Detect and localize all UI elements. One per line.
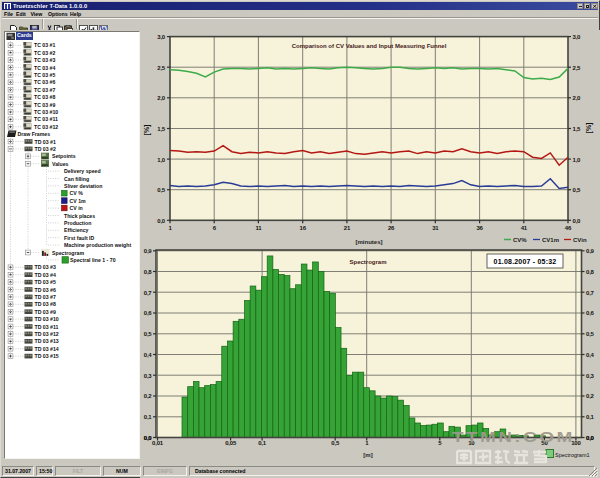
svg-text:0,6: 0,6 (144, 310, 153, 316)
svg-text:41: 41 (521, 225, 528, 231)
svg-text:[minutes]: [minutes] (356, 239, 383, 245)
svg-text:0,1: 0,1 (258, 440, 267, 446)
svg-text:0,4: 0,4 (586, 352, 595, 358)
svg-text:0,8: 0,8 (586, 269, 595, 275)
svg-text:0,6: 0,6 (586, 310, 595, 316)
svg-text:16: 16 (300, 225, 307, 231)
svg-text:0,4: 0,4 (144, 352, 153, 358)
svg-text:2,5: 2,5 (157, 65, 166, 71)
svg-text:31: 31 (432, 225, 439, 231)
svg-text:1,0: 1,0 (157, 157, 166, 163)
svg-text:11: 11 (255, 225, 262, 231)
svg-text:[%]: [%] (143, 125, 151, 136)
svg-text:21: 21 (344, 225, 351, 231)
svg-text:0,3: 0,3 (586, 373, 595, 379)
svg-text:0,7: 0,7 (586, 290, 595, 296)
svg-text:0,9: 0,9 (586, 248, 595, 254)
svg-text:0,05: 0,05 (225, 440, 237, 446)
svg-text:3,0: 3,0 (157, 34, 166, 40)
svg-text:3,0: 3,0 (573, 34, 582, 40)
svg-text:0,0: 0,0 (157, 218, 166, 224)
svg-text:0,0: 0,0 (586, 435, 595, 441)
svg-text:0,2: 0,2 (586, 393, 595, 399)
svg-text:26: 26 (388, 225, 395, 231)
svg-text:2,0: 2,0 (573, 95, 582, 101)
svg-text:0,8: 0,8 (144, 269, 153, 275)
svg-text:0,1: 0,1 (586, 414, 595, 420)
svg-text:Spectrogram1: Spectrogram1 (555, 452, 590, 458)
svg-text:Spectrogram: Spectrogram (349, 259, 386, 265)
svg-text:1,5: 1,5 (573, 126, 582, 132)
svg-text:01.08.2007 - 05:32: 01.08.2007 - 05:32 (494, 258, 557, 265)
svg-text:0,01: 0,01 (152, 440, 164, 446)
svg-text:1,5: 1,5 (157, 126, 166, 132)
svg-text:0,3: 0,3 (144, 373, 153, 379)
svg-text:0,7: 0,7 (144, 290, 153, 296)
svg-text:0,2: 0,2 (144, 393, 153, 399)
svg-text:0,5: 0,5 (573, 187, 582, 193)
svg-text:46: 46 (565, 225, 572, 231)
svg-text:0,5: 0,5 (331, 440, 340, 446)
svg-text:CV1m: CV1m (542, 237, 559, 243)
svg-text:0,9: 0,9 (144, 248, 153, 254)
svg-text:0,0: 0,0 (573, 218, 582, 224)
svg-text:0,5: 0,5 (157, 187, 166, 193)
svg-text:0,5: 0,5 (586, 331, 595, 337)
svg-text:[%]: [%] (585, 123, 593, 134)
svg-text:[m]: [m] (363, 452, 372, 458)
svg-text:36: 36 (476, 225, 483, 231)
svg-text:Comparison of CV Values and In: Comparison of CV Values and Input Measur… (292, 43, 447, 49)
svg-text:1,0: 1,0 (573, 157, 582, 163)
svg-text:2,5: 2,5 (573, 65, 582, 71)
svg-text:0,1: 0,1 (144, 414, 153, 420)
svg-text:2,0: 2,0 (157, 95, 166, 101)
svg-text:CVin: CVin (573, 237, 587, 243)
svg-text:CV%: CV% (513, 237, 527, 243)
svg-text:0,5: 0,5 (144, 331, 153, 337)
